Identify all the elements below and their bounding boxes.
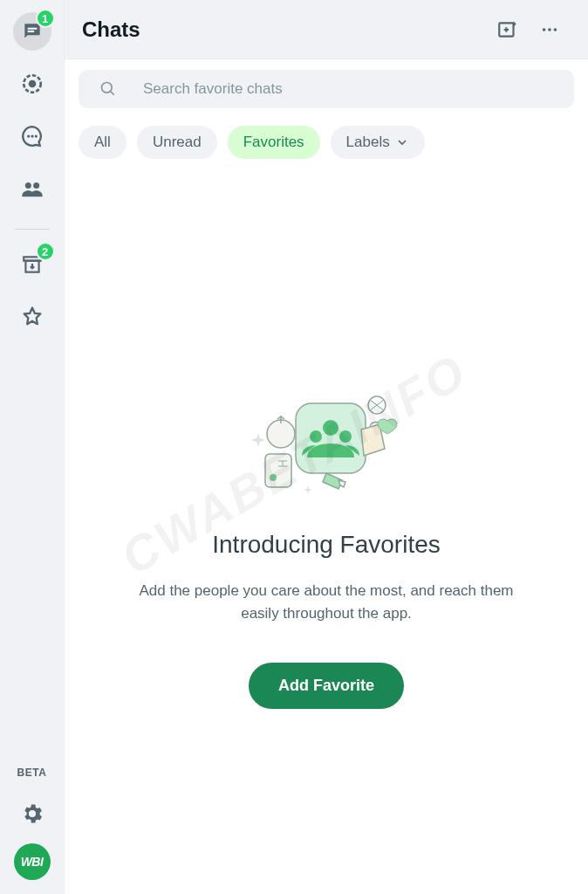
svg-point-6 [34, 134, 37, 137]
chats-tab[interactable]: 1 [13, 12, 51, 51]
empty-description: Add the people you care about the most, … [126, 580, 527, 624]
search-bar[interactable] [79, 70, 574, 108]
menu-button[interactable] [532, 12, 567, 47]
sidebar-bottom: BETA WBI [0, 767, 64, 894]
more-icon [540, 20, 559, 39]
svg-rect-0 [27, 28, 37, 30]
add-favorite-button[interactable]: Add Favorite [249, 663, 404, 709]
filter-labels[interactable]: Labels [331, 126, 425, 159]
svg-point-22 [270, 474, 277, 481]
svg-rect-16 [296, 403, 366, 473]
filter-unread[interactable]: Unread [137, 126, 217, 159]
svg-point-4 [27, 134, 30, 137]
channels-tab[interactable] [13, 117, 51, 155]
svg-point-20 [267, 420, 295, 448]
chevron-down-icon [395, 135, 409, 149]
sidebar-divider [15, 229, 50, 230]
svg-point-19 [339, 430, 352, 443]
profile-avatar[interactable]: WBI [14, 843, 51, 880]
new-chat-icon [496, 18, 519, 41]
favorites-illustration [230, 386, 422, 499]
filter-labels-text: Labels [346, 134, 390, 151]
status-tab[interactable] [13, 65, 51, 103]
search-icon [99, 80, 117, 98]
svg-point-13 [548, 28, 551, 31]
beta-label: BETA [17, 767, 47, 779]
header: Chats [65, 0, 588, 59]
filter-chips: All Unread Favorites Labels [65, 119, 588, 159]
sidebar: 1 2 BETA [0, 0, 65, 894]
communities-icon [20, 176, 44, 201]
star-icon [20, 305, 44, 329]
svg-point-12 [543, 28, 546, 31]
empty-state: Introducing Favorites Add the people you… [65, 159, 588, 894]
svg-rect-1 [27, 31, 34, 32]
svg-point-17 [323, 420, 338, 436]
channel-icon [21, 125, 44, 148]
svg-point-18 [310, 430, 322, 443]
archive-tab[interactable]: 2 [13, 245, 51, 284]
new-chat-button[interactable] [490, 12, 525, 47]
search-input[interactable] [143, 80, 553, 98]
search-section [65, 59, 588, 119]
starred-tab[interactable] [13, 298, 51, 336]
filter-favorites[interactable]: Favorites [228, 126, 320, 159]
empty-title: Introducing Favorites [212, 531, 440, 559]
gear-icon [20, 801, 44, 826]
page-title: Chats [82, 17, 483, 42]
filter-all[interactable]: All [79, 126, 126, 159]
communities-tab[interactable] [13, 169, 51, 208]
status-icon [21, 72, 44, 95]
svg-point-14 [554, 28, 557, 31]
svg-point-15 [102, 83, 113, 93]
chats-badge: 1 [36, 9, 55, 28]
svg-point-5 [31, 134, 33, 137]
settings-button[interactable] [13, 794, 51, 833]
main-panel: Chats All Unread Favorites Lab [65, 0, 588, 894]
svg-point-7 [24, 182, 31, 189]
svg-point-3 [28, 80, 36, 88]
svg-rect-21 [265, 454, 291, 487]
svg-point-8 [33, 182, 39, 189]
archive-badge: 2 [36, 242, 55, 261]
